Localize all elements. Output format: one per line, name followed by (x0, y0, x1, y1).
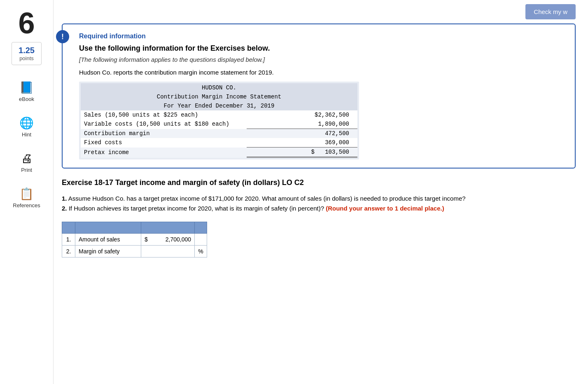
answer-row-2: 2. Margin of safety % (62, 246, 207, 258)
answer-header-row (62, 222, 207, 234)
references-icon: 📋 (19, 187, 34, 201)
row1-input[interactable] (149, 234, 194, 245)
main-content: Check my w ! Required information Use th… (54, 0, 588, 384)
pretax-income-label: Pretax income (81, 148, 247, 157)
row1-dollar-wrapper: $ (141, 234, 194, 245)
pretax-income-value: $ 103,500 (247, 148, 357, 157)
fin-row-fixed: Fixed costs 369,000 (81, 138, 357, 148)
info-icon: ! (56, 30, 69, 43)
company-name: HUDSON CO. (81, 83, 357, 92)
fixed-costs-label: Fixed costs (81, 138, 247, 148)
subtitle2: For Year Ended December 31, 2019 (81, 101, 357, 110)
exercise-body: 1. Assume Hudson Co. has a target pretax… (62, 194, 576, 213)
row2-label: Margin of safety (75, 246, 141, 258)
points-box: 1.25 points (12, 42, 42, 65)
subtitle1: Contribution Margin Income Statement (81, 92, 357, 101)
q1-number: 1. (62, 195, 67, 202)
row1-dollar-sign: $ (141, 234, 149, 245)
q1-text: Assume Hudson Co. has a target pretax in… (68, 195, 466, 202)
q2-number: 2. (62, 205, 67, 212)
fixed-costs-value: 369,000 (247, 138, 357, 148)
fin-row-pretax: Pretax income $ 103,500 (81, 148, 357, 157)
info-intro-text: Hudson Co. reports the contribution marg… (79, 69, 565, 76)
row2-value-cell (141, 246, 195, 258)
sidebar: 6 1.25 points 📘 eBook 🌐 Hint 🖨 Print 📋 R… (0, 0, 54, 384)
sidebar-item-print[interactable]: 🖨 Print (0, 148, 53, 176)
sidebar-item-references[interactable]: 📋 References (0, 184, 53, 212)
header-bar: Check my w (62, 4, 576, 19)
header-col-2 (75, 222, 141, 234)
ebook-icon: 📘 (19, 81, 34, 94)
exercise-title: Exercise 18-17 Target income and margin … (62, 178, 576, 187)
sidebar-item-ebook[interactable]: 📘 eBook (0, 77, 53, 105)
fin-row-sales: Sales (10,500 units at $225 each) $2,362… (81, 110, 357, 119)
fin-header-row-1: HUDSON CO. (81, 83, 357, 92)
contribution-margin-label: Contribution margin (81, 129, 247, 138)
financial-table: HUDSON CO. Contribution Margin Income St… (81, 83, 357, 158)
row2-input[interactable] (141, 246, 194, 257)
q2-text: If Hudson achieves its target pretax inc… (69, 205, 324, 212)
sales-label: Sales (10,500 units at $225 each) (81, 110, 247, 119)
row1-value-cell: $ (141, 234, 195, 246)
required-info-label: Required information (79, 33, 565, 40)
question-1: 1. Assume Hudson Co. has a target pretax… (62, 194, 576, 204)
variable-costs-label: Variable costs (10,500 units at $180 eac… (81, 119, 247, 129)
row1-num: 1. (62, 234, 75, 246)
hint-label: Hint (22, 131, 31, 138)
fin-header-row-2: Contribution Margin Income Statement (81, 92, 357, 101)
ebook-label: eBook (19, 96, 34, 102)
header-col-4 (195, 222, 207, 234)
fin-row-variable: Variable costs (10,500 units at $180 eac… (81, 119, 357, 129)
question-2: 2. If Hudson achieves its target pretax … (62, 204, 576, 213)
q2-emphasis: (Round your answer to 1 decimal place.) (326, 205, 444, 212)
row1-label: Amount of sales (75, 234, 141, 246)
header-col-1 (62, 222, 75, 234)
fin-row-contribution: Contribution margin 472,500 (81, 129, 357, 138)
row2-unit: % (195, 246, 207, 258)
info-box: ! Required information Use the following… (62, 23, 576, 169)
info-italic-note: [The following information applies to th… (79, 56, 565, 63)
info-heading: Use the following information for the Ex… (79, 44, 565, 53)
header-col-3 (141, 222, 195, 234)
references-label: References (13, 202, 40, 208)
print-icon: 🖨 (21, 152, 33, 165)
row2-num: 2. (62, 246, 75, 258)
points-label: points (19, 55, 35, 61)
sidebar-item-hint[interactable]: 🌐 Hint (0, 113, 53, 141)
hint-icon: 🌐 (19, 116, 34, 130)
check-my-work-button[interactable]: Check my w (525, 4, 576, 19)
row1-unit (195, 234, 207, 246)
fin-header-row-3: For Year Ended December 31, 2019 (81, 101, 357, 110)
financial-table-wrapper: HUDSON CO. Contribution Margin Income St… (79, 82, 359, 159)
print-label: Print (21, 167, 32, 173)
answer-table: 1. Amount of sales $ 2. Margin of safety… (62, 222, 207, 258)
variable-costs-value: 1,890,000 (247, 119, 357, 129)
points-value: 1.25 (19, 46, 35, 55)
question-number: 6 (18, 8, 35, 38)
answer-row-1: 1. Amount of sales $ (62, 234, 207, 246)
sales-value: $2,362,500 (247, 110, 357, 119)
contribution-margin-value: 472,500 (247, 129, 357, 138)
